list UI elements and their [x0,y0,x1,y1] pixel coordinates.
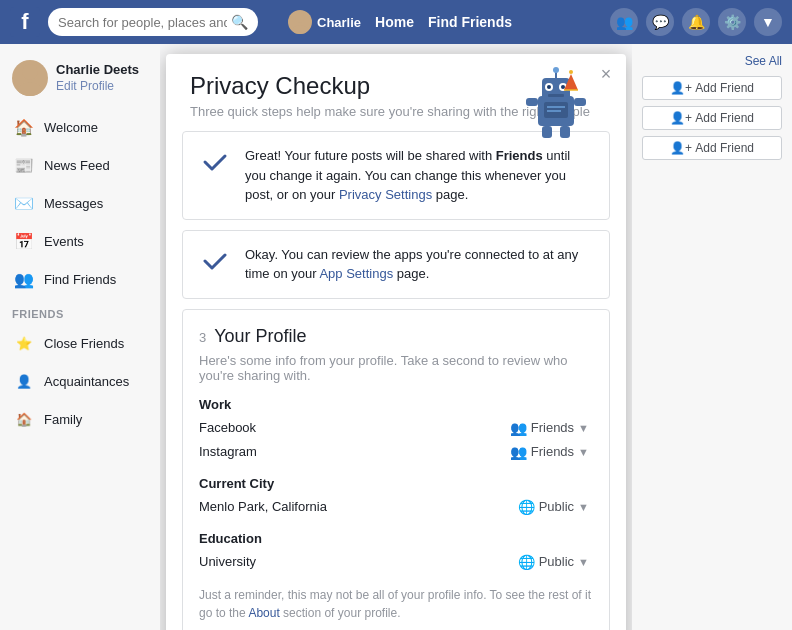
add-friend-btn-3[interactable]: 👤+ Add Friend [642,136,782,160]
nav-find-friends[interactable]: Find Friends [428,14,512,30]
work-instagram-privacy[interactable]: 👥 Friends ▼ [506,442,593,462]
main-layout: Charlie Deets Edit Profile 🏠 Welcome 📰 N… [0,44,792,630]
education-group: Education University 🌐 Public ▼ [199,531,593,574]
work-instagram-label: Instagram [199,444,257,459]
privacy-settings-link[interactable]: Privacy Settings [339,187,432,202]
caret-icon-4: ▼ [578,556,589,568]
sidebar-label-newsfeed: News Feed [44,158,110,173]
svg-rect-16 [560,126,570,138]
education-value: University [199,554,256,569]
education-label: Education [199,531,593,546]
sidebar-label-acquaintances: Acquaintances [44,374,129,389]
add-friend-btn-2[interactable]: 👤+ Add Friend [642,106,782,130]
about-link[interactable]: About [248,606,279,620]
work-facebook-row: Facebook 👥 Friends ▼ [199,416,593,440]
sidebar-item-find-friends[interactable]: 👥 Find Friends [0,260,160,298]
events-icon: 📅 [12,229,36,253]
check-item-2: Okay. You can review the apps you're con… [182,230,610,299]
sidebar-label-family: Family [44,412,82,427]
check-text-2: Okay. You can review the apps you're con… [245,245,593,284]
sidebar-item-events[interactable]: 📅 Events [0,222,160,260]
add-friend-label-1: Add Friend [695,81,754,95]
reminder-text: Just a reminder, this may not be all of … [199,586,593,622]
svg-point-0 [295,13,305,23]
city-label: Current City [199,476,593,491]
search-bar[interactable]: 🔍 [48,8,258,36]
education-row: University 🌐 Public ▼ [199,550,593,574]
settings-icon[interactable]: ⚙️ [718,8,746,36]
nav-home[interactable]: Home [375,14,414,30]
acquaintances-icon: 👤 [12,369,36,393]
sidebar-item-messages[interactable]: ✉️ Messages [0,184,160,222]
sidebar-edit-profile[interactable]: Edit Profile [56,79,139,95]
content-area: × Privacy Checkup Three quick steps help… [160,44,632,630]
notifications-icon[interactable]: 🔔 [682,8,710,36]
friends-icon[interactable]: 👥 [610,8,638,36]
reminder-after: section of your profile. [280,606,401,620]
friends-privacy-icon-2: 👥 [510,444,527,460]
sidebar-item-family[interactable]: 🏠 Family [0,400,160,438]
education-privacy[interactable]: 🌐 Public ▼ [514,552,593,572]
messages-icon[interactable]: 💬 [646,8,674,36]
app-settings-link[interactable]: App Settings [319,266,393,281]
work-label: Work [199,397,593,412]
sidebar-user-info: Charlie Deets Edit Profile [56,62,139,94]
work-facebook-privacy[interactable]: 👥 Friends ▼ [506,418,593,438]
sidebar-item-acquaintances[interactable]: 👤 Acquaintances [0,362,160,400]
work-group: Work Facebook 👥 Friends ▼ Instagram [199,397,593,464]
modal-header: Privacy Checkup Three quick steps help m… [166,54,626,131]
sidebar-label-events: Events [44,234,84,249]
nav-user[interactable]: Charlie [288,10,361,34]
add-friend-btn-1[interactable]: 👤+ Add Friend [642,76,782,100]
sidebar-label-close-friends: Close Friends [44,336,124,351]
privacy-checkup-modal: × Privacy Checkup Three quick steps help… [166,54,626,630]
messages-nav-icon: ✉️ [12,191,36,215]
city-privacy[interactable]: 🌐 Public ▼ [514,497,593,517]
nav-avatar [288,10,312,34]
city-privacy-label: Public [539,499,574,514]
search-input[interactable] [58,15,227,30]
city-value: Menlo Park, California [199,499,327,514]
top-nav: f 🔍 Charlie Home Find Friends 👥 💬 🔔 ⚙️ ▼ [0,0,792,44]
close-friends-icon: ⭐ [12,331,36,355]
see-all-link[interactable]: See All [642,54,782,68]
sidebar-item-close-friends[interactable]: ⭐ Close Friends [0,324,160,362]
add-friend-label-3: Add Friend [695,141,754,155]
profile-section-title: 3Your Profile [199,326,593,347]
svg-point-1 [292,25,308,34]
check-icon-1 [199,146,231,178]
work-facebook-privacy-label: Friends [531,420,574,435]
add-friend-label-2: Add Friend [695,111,754,125]
caret-icon-1: ▼ [578,422,589,434]
robot-illustration [516,66,596,141]
sidebar-user[interactable]: Charlie Deets Edit Profile [0,54,160,108]
right-panel: See All 👤+ Add Friend 👤+ Add Friend 👤+ A… [632,44,792,630]
sidebar-item-newsfeed[interactable]: 📰 News Feed [0,146,160,184]
check-item-1: Great! Your future posts will be shared … [182,131,610,220]
profile-section-desc: Here's some info from your profile. Take… [199,353,593,383]
nav-links: Charlie Home Find Friends [278,10,512,34]
sidebar: Charlie Deets Edit Profile 🏠 Welcome 📰 N… [0,44,160,630]
city-group: Current City Menlo Park, California 🌐 Pu… [199,476,593,519]
dropdown-icon[interactable]: ▼ [754,8,782,36]
check-text-1: Great! Your future posts will be shared … [245,146,593,205]
fb-logo: f [10,7,40,37]
newsfeed-icon: 📰 [12,153,36,177]
family-icon: 🏠 [12,407,36,431]
check-icon-2 [199,245,231,277]
add-friend-icon-1: 👤+ [670,81,692,95]
find-friends-icon: 👥 [12,267,36,291]
work-facebook-label: Facebook [199,420,256,435]
city-row: Menlo Park, California 🌐 Public ▼ [199,495,593,519]
svg-point-21 [569,70,573,74]
nav-right-icons: 👥 💬 🔔 ⚙️ ▼ [610,8,782,36]
modal-close-button[interactable]: × [596,64,616,84]
sidebar-item-welcome[interactable]: 🏠 Welcome [0,108,160,146]
sidebar-label-find-friends: Find Friends [44,272,116,287]
sidebar-user-name: Charlie Deets [56,62,139,79]
sidebar-avatar [12,60,48,96]
profile-title-text: Your Profile [214,326,306,346]
search-icon: 🔍 [231,14,248,30]
svg-point-3 [18,82,42,96]
profile-section: 3Your Profile Here's some info from your… [182,309,610,631]
